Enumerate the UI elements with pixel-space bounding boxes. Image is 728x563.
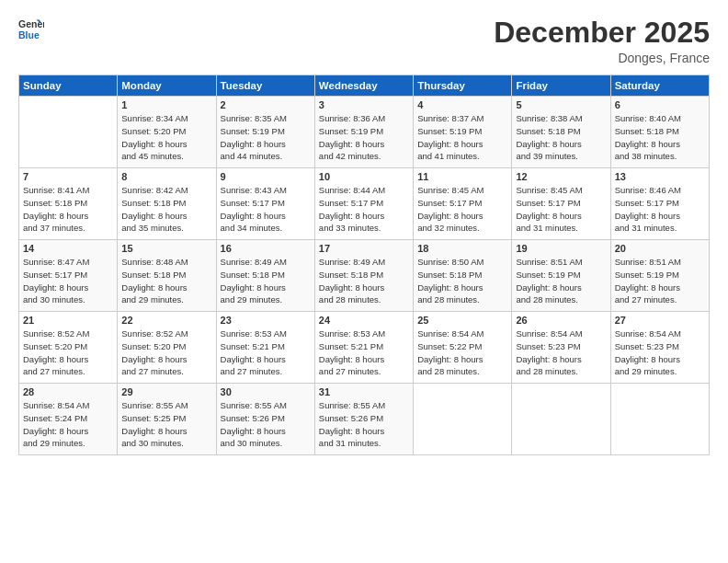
day-info: Sunrise: 8:40 AM Sunset: 5:18 PM Dayligh… bbox=[615, 112, 705, 163]
day-info: Sunrise: 8:35 AM Sunset: 5:19 PM Dayligh… bbox=[221, 112, 311, 163]
day-info: Sunrise: 8:55 AM Sunset: 5:26 PM Dayligh… bbox=[221, 399, 311, 450]
table-row: 16Sunrise: 8:49 AM Sunset: 5:18 PM Dayli… bbox=[216, 240, 314, 312]
table-row: 4Sunrise: 8:37 AM Sunset: 5:19 PM Daylig… bbox=[414, 97, 512, 168]
day-number: 24 bbox=[319, 315, 409, 326]
table-row: 7Sunrise: 8:41 AM Sunset: 5:18 PM Daylig… bbox=[19, 168, 118, 240]
day-info: Sunrise: 8:51 AM Sunset: 5:19 PM Dayligh… bbox=[615, 256, 705, 306]
day-number: 27 bbox=[615, 315, 705, 326]
day-info: Sunrise: 8:45 AM Sunset: 5:17 PM Dayligh… bbox=[417, 184, 507, 235]
table-row: 9Sunrise: 8:43 AM Sunset: 5:17 PM Daylig… bbox=[216, 168, 314, 240]
day-number: 22 bbox=[121, 315, 211, 326]
day-info: Sunrise: 8:52 AM Sunset: 5:20 PM Dayligh… bbox=[23, 327, 113, 378]
day-info: Sunrise: 8:54 AM Sunset: 5:23 PM Dayligh… bbox=[615, 327, 705, 378]
day-number: 13 bbox=[615, 171, 705, 182]
location: Donges, France bbox=[494, 51, 710, 65]
day-info: Sunrise: 8:44 AM Sunset: 5:17 PM Dayligh… bbox=[319, 184, 409, 235]
week-row-5: 28Sunrise: 8:54 AM Sunset: 5:24 PM Dayli… bbox=[19, 384, 710, 455]
day-info: Sunrise: 8:55 AM Sunset: 5:25 PM Dayligh… bbox=[121, 399, 211, 450]
day-number: 1 bbox=[121, 99, 211, 110]
day-info: Sunrise: 8:50 AM Sunset: 5:18 PM Dayligh… bbox=[417, 256, 507, 306]
day-info: Sunrise: 8:48 AM Sunset: 5:18 PM Dayligh… bbox=[121, 256, 211, 306]
table-row: 2Sunrise: 8:35 AM Sunset: 5:19 PM Daylig… bbox=[216, 97, 314, 168]
day-info: Sunrise: 8:53 AM Sunset: 5:21 PM Dayligh… bbox=[319, 327, 409, 378]
col-saturday: Saturday bbox=[610, 75, 709, 97]
day-number: 5 bbox=[516, 99, 606, 110]
table-row: 26Sunrise: 8:54 AM Sunset: 5:23 PM Dayli… bbox=[512, 312, 610, 384]
table-row: 15Sunrise: 8:48 AM Sunset: 5:18 PM Dayli… bbox=[118, 240, 216, 312]
svg-text:Blue: Blue bbox=[18, 29, 40, 40]
month-title: December 2025 bbox=[494, 17, 710, 49]
day-info: Sunrise: 8:51 AM Sunset: 5:19 PM Dayligh… bbox=[516, 256, 606, 306]
calendar-table: Sunday Monday Tuesday Wednesday Thursday… bbox=[18, 75, 710, 455]
day-number: 19 bbox=[516, 243, 606, 254]
svg-text:General: General bbox=[18, 18, 44, 29]
table-row bbox=[414, 384, 512, 455]
week-row-2: 7Sunrise: 8:41 AM Sunset: 5:18 PM Daylig… bbox=[19, 168, 710, 240]
table-row: 30Sunrise: 8:55 AM Sunset: 5:26 PM Dayli… bbox=[216, 384, 314, 455]
day-number: 2 bbox=[221, 99, 311, 110]
day-number: 17 bbox=[319, 243, 409, 254]
day-info: Sunrise: 8:54 AM Sunset: 5:22 PM Dayligh… bbox=[417, 327, 507, 378]
day-info: Sunrise: 8:46 AM Sunset: 5:17 PM Dayligh… bbox=[615, 184, 705, 235]
table-row: 6Sunrise: 8:40 AM Sunset: 5:18 PM Daylig… bbox=[610, 97, 709, 168]
table-row: 8Sunrise: 8:42 AM Sunset: 5:18 PM Daylig… bbox=[118, 168, 216, 240]
table-row: 29Sunrise: 8:55 AM Sunset: 5:25 PM Dayli… bbox=[118, 384, 216, 455]
table-row: 25Sunrise: 8:54 AM Sunset: 5:22 PM Dayli… bbox=[414, 312, 512, 384]
table-row: 1Sunrise: 8:34 AM Sunset: 5:20 PM Daylig… bbox=[118, 97, 216, 168]
day-number: 14 bbox=[23, 243, 113, 254]
col-sunday: Sunday bbox=[19, 75, 118, 97]
logo: General Blue bbox=[18, 17, 44, 42]
day-info: Sunrise: 8:49 AM Sunset: 5:18 PM Dayligh… bbox=[319, 256, 409, 306]
day-info: Sunrise: 8:54 AM Sunset: 5:23 PM Dayligh… bbox=[516, 327, 606, 378]
calendar-page: General Blue December 2025 Donges, Franc… bbox=[0, 0, 728, 563]
table-row: 5Sunrise: 8:38 AM Sunset: 5:18 PM Daylig… bbox=[512, 97, 610, 168]
day-info: Sunrise: 8:52 AM Sunset: 5:20 PM Dayligh… bbox=[121, 327, 211, 378]
day-info: Sunrise: 8:36 AM Sunset: 5:19 PM Dayligh… bbox=[319, 112, 409, 163]
day-info: Sunrise: 8:53 AM Sunset: 5:21 PM Dayligh… bbox=[221, 327, 311, 378]
table-row bbox=[610, 384, 709, 455]
day-number: 16 bbox=[221, 243, 311, 254]
table-row: 14Sunrise: 8:47 AM Sunset: 5:17 PM Dayli… bbox=[19, 240, 118, 312]
table-row: 19Sunrise: 8:51 AM Sunset: 5:19 PM Dayli… bbox=[512, 240, 610, 312]
title-block: December 2025 Donges, France bbox=[494, 17, 710, 65]
week-row-4: 21Sunrise: 8:52 AM Sunset: 5:20 PM Dayli… bbox=[19, 312, 710, 384]
day-number: 11 bbox=[417, 171, 507, 182]
day-number: 7 bbox=[23, 171, 113, 182]
col-wednesday: Wednesday bbox=[314, 75, 413, 97]
table-row: 31Sunrise: 8:55 AM Sunset: 5:26 PM Dayli… bbox=[314, 384, 413, 455]
table-row: 22Sunrise: 8:52 AM Sunset: 5:20 PM Dayli… bbox=[118, 312, 216, 384]
day-info: Sunrise: 8:38 AM Sunset: 5:18 PM Dayligh… bbox=[516, 112, 606, 163]
logo-icon: General Blue bbox=[18, 17, 44, 42]
table-row: 27Sunrise: 8:54 AM Sunset: 5:23 PM Dayli… bbox=[610, 312, 709, 384]
day-number: 25 bbox=[417, 315, 507, 326]
day-info: Sunrise: 8:49 AM Sunset: 5:18 PM Dayligh… bbox=[221, 256, 311, 306]
table-row: 13Sunrise: 8:46 AM Sunset: 5:17 PM Dayli… bbox=[610, 168, 709, 240]
table-row bbox=[19, 97, 118, 168]
day-info: Sunrise: 8:54 AM Sunset: 5:24 PM Dayligh… bbox=[23, 399, 113, 450]
day-number: 3 bbox=[319, 99, 409, 110]
week-row-3: 14Sunrise: 8:47 AM Sunset: 5:17 PM Dayli… bbox=[19, 240, 710, 312]
col-monday: Monday bbox=[118, 75, 216, 97]
col-thursday: Thursday bbox=[414, 75, 512, 97]
table-row: 17Sunrise: 8:49 AM Sunset: 5:18 PM Dayli… bbox=[314, 240, 413, 312]
table-row: 28Sunrise: 8:54 AM Sunset: 5:24 PM Dayli… bbox=[19, 384, 118, 455]
day-number: 31 bbox=[319, 386, 409, 397]
table-row: 18Sunrise: 8:50 AM Sunset: 5:18 PM Dayli… bbox=[414, 240, 512, 312]
day-info: Sunrise: 8:42 AM Sunset: 5:18 PM Dayligh… bbox=[121, 184, 211, 235]
table-row: 23Sunrise: 8:53 AM Sunset: 5:21 PM Dayli… bbox=[216, 312, 314, 384]
day-number: 23 bbox=[221, 315, 311, 326]
day-info: Sunrise: 8:55 AM Sunset: 5:26 PM Dayligh… bbox=[319, 399, 409, 450]
day-number: 15 bbox=[121, 243, 211, 254]
day-info: Sunrise: 8:45 AM Sunset: 5:17 PM Dayligh… bbox=[516, 184, 606, 235]
day-number: 30 bbox=[221, 386, 311, 397]
table-row: 3Sunrise: 8:36 AM Sunset: 5:19 PM Daylig… bbox=[314, 97, 413, 168]
day-number: 20 bbox=[615, 243, 705, 254]
header-row: Sunday Monday Tuesday Wednesday Thursday… bbox=[19, 75, 710, 97]
day-info: Sunrise: 8:43 AM Sunset: 5:17 PM Dayligh… bbox=[221, 184, 311, 235]
col-friday: Friday bbox=[512, 75, 610, 97]
day-info: Sunrise: 8:37 AM Sunset: 5:19 PM Dayligh… bbox=[417, 112, 507, 163]
day-number: 21 bbox=[23, 315, 113, 326]
day-number: 12 bbox=[516, 171, 606, 182]
day-number: 8 bbox=[121, 171, 211, 182]
col-tuesday: Tuesday bbox=[216, 75, 314, 97]
